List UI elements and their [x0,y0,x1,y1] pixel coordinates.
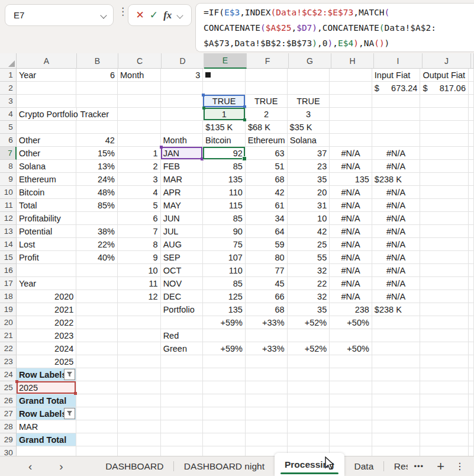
cell-D9[interactable]: MAR [161,173,204,186]
cell-D3[interactable] [161,95,204,108]
cell-I17[interactable]: #N/A [372,277,421,290]
cell-F7[interactable]: 63 [246,147,288,160]
cell-edge15[interactable] [469,251,474,264]
cell-B10[interactable]: 48% [76,186,118,199]
cell-edge20[interactable] [469,316,474,329]
cell-H8[interactable]: #N/A [330,160,372,173]
cell-J19[interactable] [420,303,469,316]
row-header-21[interactable]: 21 [0,329,17,342]
row-header-3[interactable]: 3 [0,95,17,108]
cell-E17[interactable]: 85 [203,277,246,290]
cell-I23[interactable] [372,355,421,368]
cell-F5[interactable]: $68 K [246,121,288,134]
cell-I28[interactable] [372,420,421,433]
cell-C23[interactable] [118,355,161,368]
cell-B26[interactable] [76,394,118,407]
cell-E15[interactable]: 107 [203,251,246,264]
cell-B11[interactable]: 85% [76,199,118,212]
cell-F22[interactable]: +33% [246,342,288,355]
row-header-20[interactable]: 20 [0,316,17,329]
cell-edge2[interactable] [469,82,474,95]
fx-chevron-icon[interactable] [177,12,183,18]
cell-A3[interactable] [17,95,76,108]
cell-A14[interactable]: Lost [17,238,76,251]
cell-E28[interactable] [203,420,246,433]
cell-G18[interactable]: 32 [288,290,330,303]
cell-E11[interactable]: 115 [203,199,246,212]
cell-E24[interactable] [203,368,246,381]
cell-D18[interactable]: DEC [161,290,204,303]
cell-E9[interactable]: 135 [203,173,246,186]
cell-J6[interactable] [420,134,469,147]
col-header-E[interactable]: E [204,53,247,69]
cell-F1[interactable] [246,69,288,82]
cell-G23[interactable] [288,355,330,368]
cell-J15[interactable] [420,251,469,264]
tab-dashboard-night[interactable]: DASHBOARD night [174,456,275,476]
cell-F19[interactable]: 68 [246,303,288,316]
cell-B3[interactable] [76,95,118,108]
cell-D12[interactable]: JUN [161,212,204,225]
cell-edge6[interactable] [469,134,474,147]
cell-A30[interactable] [17,446,76,456]
cell-edge18[interactable] [469,290,474,303]
cell-H14[interactable]: #N/A [330,238,372,251]
cell-C17[interactable]: 11 [118,277,161,290]
cell-C10[interactable]: 4 [118,186,161,199]
cell-E14[interactable]: 75 [203,238,246,251]
cell-E8[interactable]: 85 [203,160,246,173]
cell-A16[interactable] [17,264,76,277]
cell-H21[interactable] [330,329,372,342]
cell-G11[interactable]: 31 [288,199,330,212]
cell-edge29[interactable] [469,433,474,446]
cell-C9[interactable]: 3 [118,173,161,186]
cell-C18[interactable]: 12 [118,290,161,303]
cell-A23[interactable]: 2025 [17,355,76,368]
cell-H18[interactable]: #N/A [330,290,372,303]
cell-A2[interactable] [17,82,76,95]
cell-G13[interactable]: 42 [288,225,330,238]
cell-C12[interactable]: 6 [118,212,161,225]
cell-E22[interactable]: +59% [203,342,246,355]
cell-H29[interactable] [330,433,372,446]
cell-B28[interactable] [76,420,118,433]
cell-C20[interactable] [118,316,161,329]
col-header-B[interactable]: B [77,53,118,69]
cell-C29[interactable] [118,433,161,446]
cell-H12[interactable]: #N/A [330,212,372,225]
cell-G19[interactable]: 35 [288,303,330,316]
cell-I8[interactable]: #N/A [372,160,421,173]
cell-E16[interactable]: 110 [203,264,246,277]
cell-G16[interactable]: 32 [288,264,330,277]
cell-A4[interactable]: Crypto Portfolio Tracker [17,108,77,121]
cell-A17[interactable]: Year [17,277,76,290]
cell-A15[interactable]: Profit [17,251,76,264]
cell-B2[interactable] [76,82,118,95]
cell-I20[interactable] [372,316,421,329]
cell-A27[interactable]: Row Labels [17,407,76,420]
cell-A13[interactable]: Potential [17,225,76,238]
cell-I27[interactable] [372,407,421,420]
cell-A22[interactable]: 2024 [17,342,76,355]
cell-A5[interactable] [17,121,76,134]
cell-H3[interactable] [330,95,372,108]
cell-C25[interactable] [118,381,161,394]
cell-G17[interactable]: 22 [288,277,330,290]
row-header-27[interactable]: 27 [0,407,17,420]
row-header-16[interactable]: 16 [0,264,17,277]
cell-H28[interactable] [330,420,372,433]
cell-E7[interactable]: 92 [203,147,246,160]
cell-J9[interactable] [420,173,469,186]
cell-I10[interactable]: #N/A [372,186,421,199]
cell-H10[interactable]: #N/A [330,186,372,199]
cell-A11[interactable]: Total [17,199,76,212]
cell-H2[interactable] [330,82,372,95]
cell-C2[interactable] [118,82,161,95]
row-header-6[interactable]: 6 [0,134,17,147]
col-header-A[interactable]: A [17,53,77,69]
pivot-filter-icon[interactable] [64,369,75,380]
cell-B14[interactable]: 22% [76,238,118,251]
cell-C6[interactable] [118,134,161,147]
cell-J5[interactable] [420,121,469,134]
cell-H1[interactable] [330,69,372,82]
